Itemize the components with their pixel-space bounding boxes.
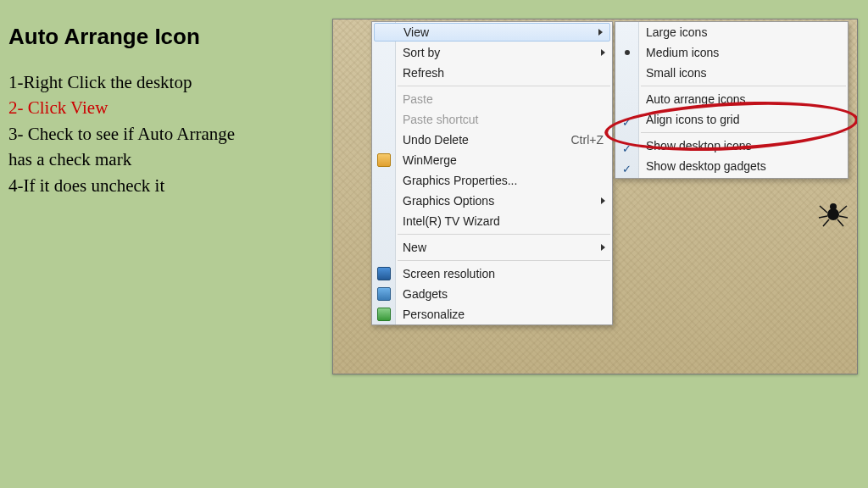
menu-label: Auto arrange icons [646, 92, 746, 106]
radio-selected-icon [625, 50, 630, 55]
menu-separator [641, 86, 846, 86]
submenu-item-medium-icons[interactable]: Medium icons [615, 42, 848, 63]
submenu-arrow-icon [601, 49, 605, 56]
svg-point-0 [827, 208, 839, 220]
menu-item-gadgets[interactable]: Gadgets [372, 284, 612, 304]
menu-label: Gadgets [403, 287, 448, 301]
menu-label: Graphics Properties... [403, 174, 517, 187]
menu-separator [398, 260, 610, 261]
check-icon: ✓ [622, 159, 632, 180]
menu-label: Small icons [646, 66, 707, 80]
menu-label: View [403, 25, 429, 39]
menu-shortcut: Ctrl+Z [571, 130, 604, 150]
menu-item-refresh[interactable]: Refresh [372, 63, 612, 83]
menu-label: Large icons [646, 25, 707, 39]
step-1: 1-Right Click the desktop [8, 69, 235, 95]
svg-point-1 [830, 203, 837, 210]
menu-item-undo-delete[interactable]: Undo Delete Ctrl+Z [372, 130, 612, 150]
view-submenu: Large icons Medium icons Small icons Aut… [615, 21, 849, 179]
submenu-arrow-icon [601, 244, 605, 251]
step-2: 2- Click View [8, 95, 235, 120]
submenu-arrow-icon [601, 197, 605, 204]
submenu-item-auto-arrange[interactable]: Auto arrange icons [615, 89, 848, 109]
step-3-line2: has a check mark [8, 147, 235, 172]
submenu-item-large-icons[interactable]: Large icons [615, 22, 848, 42]
menu-item-view[interactable]: View [374, 23, 610, 42]
submenu-arrow-icon [598, 29, 603, 36]
submenu-item-show-desktop-gadgets[interactable]: ✓ Show desktop gadgets [615, 156, 848, 176]
menu-label: Align icons to grid [646, 113, 740, 126]
menu-separator [398, 86, 610, 86]
menu-label: WinMerge [403, 153, 457, 167]
step-4: 4-If it does uncheck it [8, 173, 235, 198]
menu-separator [398, 234, 610, 235]
desktop-screenshot: View Sort by Refresh Paste Paste shortcu… [332, 19, 858, 374]
menu-label: Show desktop icons [646, 139, 752, 152]
menu-item-sort-by[interactable]: Sort by [372, 42, 612, 63]
menu-item-screen-resolution[interactable]: Screen resolution [372, 263, 612, 284]
step-3-line1: 3- Check to see if Auto Arrange [8, 121, 235, 147]
submenu-item-show-desktop-icons[interactable]: ✓ Show desktop icons [615, 136, 848, 156]
menu-label: Screen resolution [403, 267, 495, 280]
winmerge-icon [377, 153, 391, 167]
gadgets-icon [377, 287, 391, 301]
slide-title: Auto Arrange Icon [8, 24, 200, 50]
menu-label: Sort by [403, 46, 440, 59]
menu-item-winmerge[interactable]: WinMerge [372, 150, 612, 170]
menu-label: Medium icons [646, 46, 719, 59]
submenu-item-small-icons[interactable]: Small icons [615, 63, 848, 83]
instruction-list: 1-Right Click the desktop 2- Click View … [8, 69, 235, 198]
menu-label: Refresh [403, 66, 444, 80]
menu-item-new[interactable]: New [372, 237, 612, 258]
menu-label: Graphics Options [403, 194, 494, 208]
menu-item-personalize[interactable]: Personalize [372, 304, 612, 324]
menu-item-graphics-options[interactable]: Graphics Options [372, 191, 612, 211]
menu-label: Intel(R) TV Wizard [403, 214, 500, 228]
menu-label: Paste [403, 92, 433, 106]
monitor-icon [377, 267, 391, 280]
menu-label: New [403, 241, 426, 254]
menu-label: Personalize [403, 308, 465, 321]
spider-decoration [818, 197, 849, 228]
menu-item-paste-shortcut: Paste shortcut [372, 109, 612, 130]
menu-separator [641, 132, 846, 133]
menu-label: Undo Delete [403, 133, 469, 147]
submenu-item-align-grid[interactable]: ✓ Align icons to grid [615, 109, 848, 130]
menu-label: Paste shortcut [403, 113, 479, 126]
personalize-icon [377, 308, 391, 321]
menu-label: Show desktop gadgets [646, 159, 766, 173]
menu-item-graphics-properties[interactable]: Graphics Properties... [372, 170, 612, 191]
desktop-context-menu: View Sort by Refresh Paste Paste shortcu… [371, 21, 613, 325]
check-icon: ✓ [622, 113, 632, 133]
menu-item-intel-tv[interactable]: Intel(R) TV Wizard [372, 211, 612, 231]
menu-item-paste: Paste [372, 89, 612, 109]
